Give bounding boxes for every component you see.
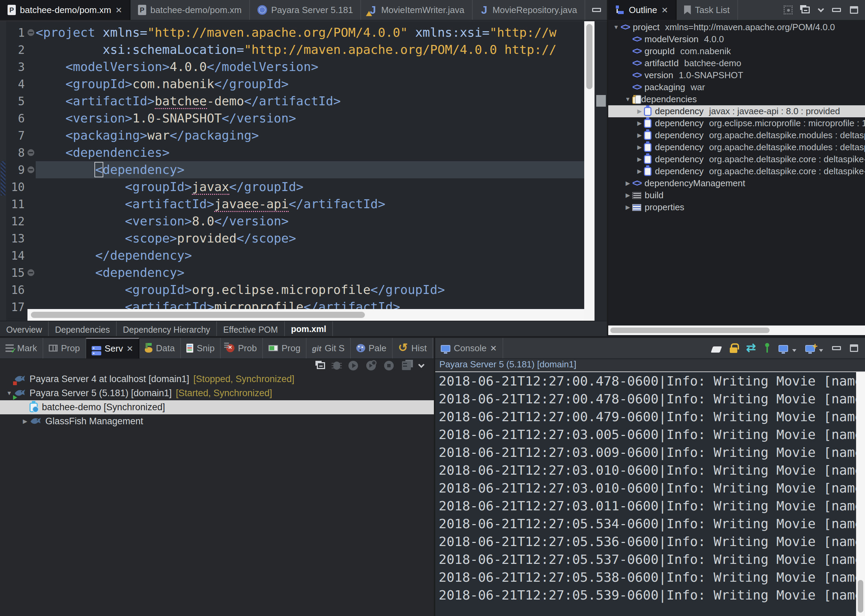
tab-hist[interactable]: Hist xyxy=(393,338,433,358)
outline-row[interactable]: dependencyorg.apache.deltaspike.core : d… xyxy=(608,153,865,165)
outline-row[interactable]: dependencies xyxy=(608,93,865,105)
minimize-icon[interactable] xyxy=(832,8,841,12)
pom-tab-pom-xml[interactable]: pom.xml xyxy=(285,321,333,338)
webapp-icon[interactable] xyxy=(30,403,38,412)
git-staging-icon[interactable] xyxy=(312,343,321,354)
outline-row[interactable]: dependencyorg.apache.deltaspike.modules … xyxy=(608,129,865,141)
start-icon[interactable] xyxy=(348,361,358,371)
jar-icon[interactable] xyxy=(644,107,651,116)
problems-icon[interactable] xyxy=(226,344,235,352)
close-icon[interactable] xyxy=(126,343,133,354)
pin-console-icon[interactable] xyxy=(765,343,770,353)
tab-task-list[interactable]: Task List xyxy=(677,0,738,20)
maximize-icon[interactable] xyxy=(850,344,858,352)
servers-tree[interactable]: Payara Server 4 at localhost [domain1][S… xyxy=(0,372,434,616)
outline-row[interactable]: projectxmlns=http://maven.apache.org/POM… xyxy=(608,21,865,33)
minimize-icon[interactable] xyxy=(832,346,841,350)
tab-prog[interactable]: Prog xyxy=(263,338,307,358)
editor-horizontal-scrollbar[interactable] xyxy=(27,309,584,321)
dropdown-arrow-icon[interactable] xyxy=(819,349,823,352)
view-menu-icon[interactable] xyxy=(818,6,824,12)
pom-tab-effective-pom[interactable]: Effective POM xyxy=(217,321,285,338)
tab-console[interactable]: Console xyxy=(435,338,503,358)
collapsed-arrow-icon[interactable] xyxy=(20,418,30,425)
fold-collapse-icon[interactable] xyxy=(27,269,34,276)
payara-server-icon[interactable] xyxy=(14,388,25,399)
xml-element-icon[interactable] xyxy=(632,82,641,93)
outline-row[interactable]: dependencyjavax : javaee-api : 8.0 : pro… xyxy=(608,105,865,117)
console-vertical-scrollbar[interactable] xyxy=(856,372,865,616)
pom-tab-overview[interactable]: Overview xyxy=(0,321,49,338)
tab-mark[interactable]: Mark xyxy=(0,338,43,358)
snippets-icon[interactable] xyxy=(186,344,193,353)
history-icon[interactable] xyxy=(398,342,408,354)
tab-prob[interactable]: Prob xyxy=(221,338,263,358)
outline-row[interactable]: dependencyManagement xyxy=(608,177,865,189)
close-icon[interactable] xyxy=(115,5,122,16)
stop-icon[interactable] xyxy=(384,361,394,371)
xml-element-icon[interactable] xyxy=(621,22,630,33)
collapsed-arrow-icon[interactable] xyxy=(623,192,632,199)
close-icon[interactable] xyxy=(661,5,668,16)
editor-horizontal-scrollbar-thumb[interactable] xyxy=(31,312,365,318)
tab-serv[interactable]: Serv xyxy=(86,338,140,358)
jar-icon[interactable] xyxy=(644,143,651,152)
outline-tab-icon[interactable] xyxy=(616,5,625,14)
jars-icon[interactable] xyxy=(632,96,638,104)
overview-ruler[interactable] xyxy=(594,21,607,321)
tab-snip[interactable]: Snip xyxy=(181,338,221,358)
fold-column[interactable] xyxy=(26,29,36,36)
outline-row[interactable]: dependencyorg.apache.deltaspike.modules … xyxy=(608,141,865,153)
dropdown-arrow-icon[interactable] xyxy=(792,349,796,352)
collapsed-arrow-icon[interactable] xyxy=(635,144,644,151)
profile-icon[interactable] xyxy=(366,361,376,371)
debug-icon[interactable] xyxy=(333,361,340,370)
server-row[interactable]: GlassFish Management xyxy=(0,414,434,428)
close-icon[interactable] xyxy=(490,343,497,354)
outline-row[interactable]: dependencyorg.eclipse.microprofile : mic… xyxy=(608,117,865,129)
task-list-icon[interactable] xyxy=(684,5,691,14)
pom-file-icon[interactable] xyxy=(8,5,16,15)
console-output[interactable]: 2018-06-21T12:27:00.478-0600|Info: Writi… xyxy=(435,371,865,616)
payara-server-icon[interactable] xyxy=(14,374,25,385)
focus-icon[interactable] xyxy=(784,5,793,14)
outline-row[interactable]: dependencyorg.apache.deltaspike.core : d… xyxy=(608,165,865,177)
outline-horizontal-scrollbar[interactable] xyxy=(608,325,865,335)
jar-icon[interactable] xyxy=(644,167,651,176)
console-vertical-scrollbar-thumb[interactable] xyxy=(858,580,863,613)
collapsed-arrow-icon[interactable] xyxy=(635,156,644,163)
outline-row[interactable]: packagingwar xyxy=(608,81,865,93)
scroll-lock-icon[interactable] xyxy=(730,347,737,353)
markers-icon[interactable] xyxy=(5,344,14,352)
collapsed-arrow-icon[interactable] xyxy=(635,120,644,127)
java-file-icon[interactable] xyxy=(480,5,488,16)
server-row[interactable]: Payara Server 4 at localhost [domain1][S… xyxy=(0,372,434,386)
xml-element-icon[interactable] xyxy=(632,46,641,57)
outline-row[interactable]: artifactIdbatchee-demo xyxy=(608,57,865,69)
collapse-all-icon[interactable] xyxy=(802,6,810,13)
overview-marker[interactable] xyxy=(596,95,606,107)
build-icon[interactable] xyxy=(632,192,641,199)
code-editor[interactable]: 1<project xmlns="http://maven.apache.org… xyxy=(0,21,607,321)
collapsed-arrow-icon[interactable] xyxy=(635,132,644,139)
java-file-icon[interactable] xyxy=(369,5,377,16)
tab-payara-server-5-181[interactable]: Payara Server 5.181 xyxy=(250,0,361,20)
tab-batchee-demo-pom-xm[interactable]: batchee-demo/pom.xm xyxy=(0,0,131,20)
clear-console-icon[interactable] xyxy=(711,346,722,353)
collapse-all-icon[interactable] xyxy=(317,362,325,369)
tab-prop[interactable]: Prop xyxy=(43,338,86,358)
tab-batchee-demo-pom-xm[interactable]: batchee-demo/pom.xm xyxy=(131,0,250,20)
display-console-icon[interactable] xyxy=(778,345,788,352)
xml-element-icon[interactable] xyxy=(632,58,641,69)
palette-icon[interactable] xyxy=(356,344,365,352)
outline-horizontal-scrollbar-thumb[interactable] xyxy=(610,328,770,333)
expanded-arrow-icon[interactable] xyxy=(623,96,632,103)
glassfish-icon[interactable] xyxy=(30,416,41,427)
fold-collapse-icon[interactable] xyxy=(27,167,34,173)
tab-git-s[interactable]: Git S xyxy=(307,338,351,358)
jar-icon[interactable] xyxy=(644,119,651,128)
tab-pale[interactable]: Pale xyxy=(351,338,393,358)
editor-vertical-scrollbar-thumb[interactable] xyxy=(586,24,592,89)
annotation-ruler[interactable] xyxy=(0,21,6,321)
maximize-icon[interactable] xyxy=(850,6,858,14)
